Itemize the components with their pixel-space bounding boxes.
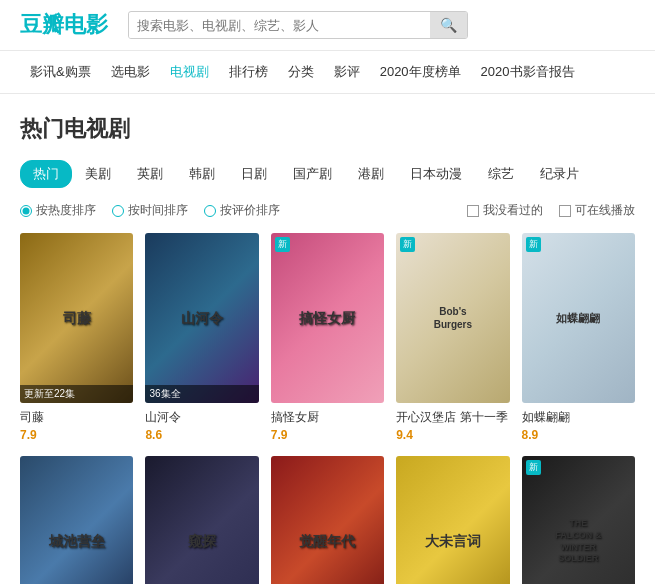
movie-grid: 司藤 更新至22集 司藤 7.9 山河令 36集全 山河令 8.6 新 搞怪女厨… bbox=[20, 233, 635, 584]
movie-title-1: 山河令 bbox=[145, 409, 258, 426]
sort-by-rating[interactable]: 按评价排序 bbox=[204, 202, 280, 219]
checkbox-unseen-icon bbox=[467, 205, 479, 217]
movie-title-3: 开心汉堡店 第十一季 bbox=[396, 409, 509, 426]
poster-text-7: 觉醒年代 bbox=[299, 532, 355, 550]
movie-card-5[interactable]: 城池营垒 更新至24集 你是我的城池营垒 8.0 bbox=[20, 456, 133, 584]
movie-card-7[interactable]: 觉醒年代 43集全 觉醒年代 9.1 bbox=[271, 456, 384, 584]
movie-poster-9: 新 THE FALCON & WINTER SOLDIER bbox=[522, 456, 635, 584]
poster-text-3: Bob's Burgers bbox=[425, 305, 482, 331]
movie-card-1[interactable]: 山河令 36集全 山河令 8.6 bbox=[145, 233, 258, 442]
movie-title-2: 搞怪女厨 bbox=[271, 409, 384, 426]
movie-rating-1: 8.6 bbox=[145, 428, 258, 442]
cat-tab-国产剧[interactable]: 国产剧 bbox=[280, 160, 345, 188]
cat-tab-英剧[interactable]: 英剧 bbox=[124, 160, 176, 188]
nav-item-3[interactable]: 排行榜 bbox=[219, 59, 278, 85]
nav-item-5[interactable]: 影评 bbox=[324, 59, 370, 85]
search-input[interactable] bbox=[129, 13, 430, 38]
movie-poster-7: 觉醒年代 43集全 bbox=[271, 456, 384, 584]
filter-unseen[interactable]: 我没看过的 bbox=[467, 202, 543, 219]
movie-poster-8: 大未言词 更新至18集 bbox=[396, 456, 509, 584]
sort-rating-label: 按评价排序 bbox=[220, 202, 280, 219]
main-content: 热门电视剧 热门 美剧 英剧 韩剧 日剧 国产剧 港剧 日本动漫 综艺 纪录片 … bbox=[0, 94, 655, 584]
movie-badge-1: 36集全 bbox=[145, 385, 258, 403]
poster-text-1: 山河令 bbox=[181, 309, 223, 327]
movie-card-6[interactable]: 窥探 窥探 8.7 bbox=[145, 456, 258, 584]
section-title: 热门电视剧 bbox=[20, 114, 635, 144]
new-badge-3: 新 bbox=[400, 237, 415, 252]
radio-hot-icon bbox=[20, 205, 32, 217]
poster-text-0: 司藤 bbox=[63, 309, 91, 327]
nav-item-2[interactable]: 电视剧 bbox=[160, 59, 219, 85]
movie-card-0[interactable]: 司藤 更新至22集 司藤 7.9 bbox=[20, 233, 133, 442]
movie-poster-4: 新 如蝶翩翩 bbox=[522, 233, 635, 403]
main-nav: 影讯&购票 选电影 电视剧 排行榜 分类 影评 2020年度榜单 2020书影音… bbox=[0, 51, 655, 94]
logo: 豆瓣电影 bbox=[20, 10, 108, 40]
movie-poster-6: 窥探 bbox=[145, 456, 258, 584]
cat-tab-日剧[interactable]: 日剧 bbox=[228, 160, 280, 188]
radio-rating-icon bbox=[204, 205, 216, 217]
movie-title-0: 司藤 bbox=[20, 409, 133, 426]
poster-text-5: 城池营垒 bbox=[49, 532, 105, 550]
filter-unseen-label: 我没看过的 bbox=[483, 202, 543, 219]
nav-item-0[interactable]: 影讯&购票 bbox=[20, 59, 101, 85]
cat-tab-热门[interactable]: 热门 bbox=[20, 160, 72, 188]
sort-options: 按热度排序 按时间排序 按评价排序 bbox=[20, 202, 467, 219]
search-button[interactable]: 🔍 bbox=[430, 12, 467, 38]
movie-rating-4: 8.9 bbox=[522, 428, 635, 442]
cat-tab-纪录片[interactable]: 纪录片 bbox=[527, 160, 592, 188]
nav-item-4[interactable]: 分类 bbox=[278, 59, 324, 85]
sort-by-hot[interactable]: 按热度排序 bbox=[20, 202, 96, 219]
movie-poster-0: 司藤 更新至22集 bbox=[20, 233, 133, 403]
cat-tab-美剧[interactable]: 美剧 bbox=[72, 160, 124, 188]
movie-rating-0: 7.9 bbox=[20, 428, 133, 442]
poster-text-8: 大未言词 bbox=[425, 532, 481, 550]
radio-time-icon bbox=[112, 205, 124, 217]
poster-text-2: 搞怪女厨 bbox=[299, 309, 355, 327]
category-tabs: 热门 美剧 英剧 韩剧 日剧 国产剧 港剧 日本动漫 综艺 纪录片 bbox=[20, 160, 635, 188]
sort-hot-label: 按热度排序 bbox=[36, 202, 96, 219]
new-badge-4: 新 bbox=[526, 237, 541, 252]
movie-poster-3: 新 Bob's Burgers bbox=[396, 233, 509, 403]
sort-time-label: 按时间排序 bbox=[128, 202, 188, 219]
new-badge-2: 新 bbox=[275, 237, 290, 252]
movie-card-8[interactable]: 大未言词 更新至18集 大未言词 3.9 bbox=[396, 456, 509, 584]
nav-item-7[interactable]: 2020书影音报告 bbox=[471, 59, 585, 85]
filter-online-label: 可在线播放 bbox=[575, 202, 635, 219]
movie-poster-2: 新 搞怪女厨 bbox=[271, 233, 384, 403]
movie-title-4: 如蝶翩翩 bbox=[522, 409, 635, 426]
cat-tab-综艺[interactable]: 综艺 bbox=[475, 160, 527, 188]
search-bar: 🔍 bbox=[128, 11, 468, 39]
filter-checkboxes: 我没看过的 可在线播放 bbox=[467, 202, 635, 219]
new-badge-9: 新 bbox=[526, 460, 541, 475]
checkbox-online-icon bbox=[559, 205, 571, 217]
nav-item-6[interactable]: 2020年度榜单 bbox=[370, 59, 471, 85]
cat-tab-港剧[interactable]: 港剧 bbox=[345, 160, 397, 188]
poster-text-6: 窥探 bbox=[188, 532, 216, 550]
cat-tab-日本动漫[interactable]: 日本动漫 bbox=[397, 160, 475, 188]
movie-badge-0: 更新至22集 bbox=[20, 385, 133, 403]
movie-card-4[interactable]: 新 如蝶翩翩 如蝶翩翩 8.9 bbox=[522, 233, 635, 442]
header: 豆瓣电影 🔍 bbox=[0, 0, 655, 51]
movie-card-9[interactable]: 新 THE FALCON & WINTER SOLDIER 猎鹰与冬兵 8.5 bbox=[522, 456, 635, 584]
movie-rating-2: 7.9 bbox=[271, 428, 384, 442]
movie-card-2[interactable]: 新 搞怪女厨 搞怪女厨 7.9 bbox=[271, 233, 384, 442]
sort-by-time[interactable]: 按时间排序 bbox=[112, 202, 188, 219]
movie-poster-5: 城池营垒 更新至24集 bbox=[20, 456, 133, 584]
movie-rating-3: 9.4 bbox=[396, 428, 509, 442]
filter-online[interactable]: 可在线播放 bbox=[559, 202, 635, 219]
movie-card-3[interactable]: 新 Bob's Burgers 开心汉堡店 第十一季 9.4 bbox=[396, 233, 509, 442]
poster-text-9: THE FALCON & WINTER SOLDIER bbox=[550, 518, 607, 565]
movie-poster-1: 山河令 36集全 bbox=[145, 233, 258, 403]
cat-tab-韩剧[interactable]: 韩剧 bbox=[176, 160, 228, 188]
filter-row: 按热度排序 按时间排序 按评价排序 我没看过的 可在线播放 bbox=[20, 202, 635, 219]
nav-item-1[interactable]: 选电影 bbox=[101, 59, 160, 85]
poster-text-4: 如蝶翩翩 bbox=[556, 311, 600, 325]
